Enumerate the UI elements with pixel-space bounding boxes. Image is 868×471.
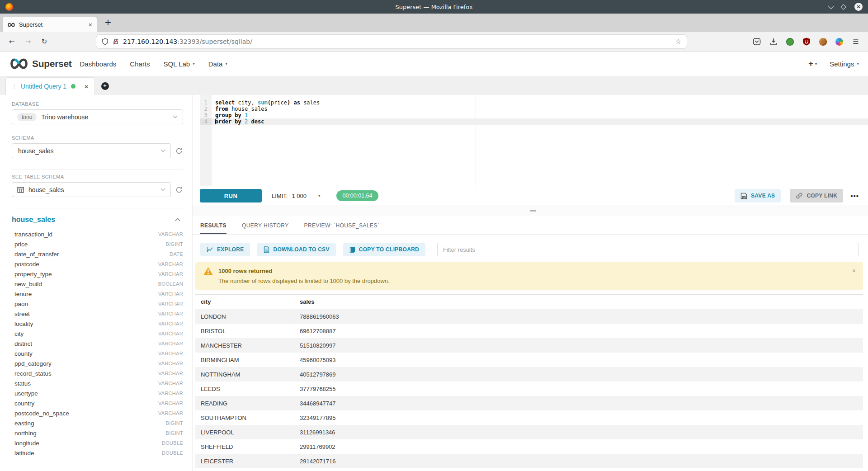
shield-permissions-icon[interactable] — [102, 38, 108, 45]
nav-charts[interactable]: Charts — [130, 60, 150, 68]
schema-column-row[interactable]: priceBIGINT — [12, 239, 183, 249]
add-query-tab-button[interactable]: + — [95, 77, 115, 95]
window-maximize-icon[interactable] — [840, 4, 846, 10]
schema-column-row[interactable]: northingBIGINT — [12, 428, 183, 438]
refresh-schemas-icon[interactable] — [175, 147, 183, 155]
schema-column-row[interactable]: ppd_categoryVARCHAR — [12, 358, 183, 368]
table-row[interactable]: MANCHESTER51510820997 — [195, 338, 863, 353]
schema-column-row[interactable]: postcode_no_spaceVARCHAR — [12, 408, 183, 418]
privacy-badger-icon[interactable] — [786, 38, 794, 46]
schema-column-row[interactable]: tenureVARCHAR — [12, 289, 183, 299]
table-schema-title[interactable]: house_sales — [12, 216, 55, 224]
cell-sales: 29911769902 — [294, 439, 863, 454]
nav-settings[interactable]: Settings▾ — [830, 60, 859, 68]
query-tab[interactable]: ⋮ Untitled Query 1 × — [5, 77, 95, 95]
bookmark-star-icon[interactable]: ☆ — [675, 38, 681, 46]
table-row[interactable]: LONDON788861960063 — [195, 309, 863, 324]
table-row[interactable]: LEEDS37779768255 — [195, 382, 863, 396]
pocket-icon[interactable] — [753, 38, 761, 46]
schema-column-row[interactable]: postcodeVARCHAR — [12, 259, 183, 269]
downloads-icon[interactable] — [769, 38, 778, 46]
explore-button[interactable]: EXPLORE — [200, 243, 250, 256]
forward-icon[interactable]: → — [23, 38, 33, 46]
schema-column-row[interactable]: statusVARCHAR — [12, 378, 183, 388]
copy-link-button[interactable]: COPY LINK — [790, 189, 843, 203]
code-line[interactable]: order by 2 desc — [212, 118, 868, 125]
pane-splitter[interactable] — [193, 206, 868, 216]
schema-column-row[interactable]: record_statusVARCHAR — [12, 368, 183, 378]
schema-column-row[interactable]: usertypeVARCHAR — [12, 388, 183, 398]
editor-code-area[interactable]: select city, sum(price) as salesfrom hou… — [212, 95, 868, 186]
table-row[interactable]: NOTTINGHAM40512797869 — [195, 367, 863, 382]
extension-sparkle-icon[interactable] — [835, 38, 843, 46]
schema-column-row[interactable]: streetVARCHAR — [12, 309, 183, 319]
schema-select[interactable]: house_sales — [12, 143, 171, 158]
table-row[interactable]: SHEFFIELD29911769902 — [195, 439, 863, 454]
insecure-lock-icon[interactable] — [113, 38, 119, 45]
reload-icon[interactable]: ↻ — [39, 38, 50, 46]
schema-column-row[interactable]: districtVARCHAR — [12, 339, 183, 349]
schema-column-row[interactable]: transaction_idVARCHAR — [12, 229, 183, 239]
alert-close-icon[interactable]: × — [852, 267, 856, 274]
column-type: VARCHAR — [158, 331, 183, 336]
database-select[interactable]: trino Trino warehouse — [12, 109, 183, 124]
nav-dashboards[interactable]: Dashboards — [80, 60, 116, 68]
schema-column-row[interactable]: paonVARCHAR — [12, 299, 183, 309]
table-row[interactable]: BRISTOL69612708887 — [195, 324, 863, 338]
tab-query-history[interactable]: QUERY HISTORY — [242, 222, 289, 234]
add-new-button[interactable]: +▾ — [808, 59, 817, 69]
schema-column-row[interactable]: countyVARCHAR — [12, 349, 183, 358]
header-city[interactable]: city — [195, 295, 294, 309]
new-tab-icon[interactable]: + — [104, 17, 112, 29]
ublock-icon[interactable] — [802, 38, 811, 46]
tab-preview-house-sales[interactable]: PREVIEW: `HOUSE_SALES` — [304, 222, 380, 234]
browser-tab[interactable]: Superset × — [2, 17, 97, 32]
splitter-grip-icon[interactable] — [530, 209, 536, 212]
limit-value[interactable]: 1 000 — [292, 193, 307, 199]
drag-handle-icon[interactable]: ⋮ — [11, 83, 17, 90]
schema-column-row[interactable]: eastingBIGINT — [12, 418, 183, 428]
schema-column-row[interactable]: localityVARCHAR — [12, 319, 183, 329]
nav-data[interactable]: Data▾ — [208, 60, 227, 68]
url-text[interactable]: 217.160.120.143:32393/superset/sqllab/ — [123, 38, 671, 45]
window-close-icon[interactable]: × — [854, 3, 863, 11]
code-line[interactable]: group by 1 — [212, 112, 868, 118]
schema-column-row[interactable]: countryVARCHAR — [12, 398, 183, 408]
save-as-button[interactable]: SAVE AS — [735, 189, 781, 203]
schema-column-row[interactable]: property_typeVARCHAR — [12, 269, 183, 279]
url-field[interactable]: 217.160.120.143:32393/superset/sqllab/ ☆ — [96, 34, 687, 49]
schema-column-row[interactable]: latitudeDOUBLE — [12, 448, 183, 458]
table-select[interactable]: house_sales — [12, 182, 171, 197]
hamburger-menu-icon[interactable]: ☰ — [852, 38, 860, 46]
more-actions-icon[interactable]: ••• — [850, 192, 859, 200]
nav-sql-lab[interactable]: SQL Lab▾ — [164, 60, 195, 68]
tab-close-icon[interactable]: × — [89, 21, 92, 28]
query-tab-close-icon[interactable]: × — [85, 83, 88, 90]
tab-results[interactable]: RESULTS — [200, 222, 226, 234]
copy-clipboard-button[interactable]: COPY TO CLIPBOARD — [343, 243, 425, 256]
window-minimize-icon[interactable] — [828, 3, 834, 9]
download-csv-button[interactable]: DOWNLOAD TO CSV — [257, 243, 335, 256]
schema-column-row[interactable]: cityVARCHAR — [12, 329, 183, 339]
url-host: 217.160.120.143 — [123, 38, 177, 45]
code-line[interactable]: select city, sum(price) as sales — [212, 99, 868, 106]
schema-column-row[interactable]: longitudeDOUBLE — [12, 438, 183, 448]
sql-editor[interactable]: 1234 select city, sum(price) as salesfro… — [193, 95, 868, 186]
chevron-up-icon[interactable] — [175, 218, 180, 221]
table-row[interactable]: LEICESTER29142071716 — [195, 454, 863, 468]
header-sales[interactable]: sales — [294, 295, 863, 309]
refresh-tables-icon[interactable] — [175, 186, 183, 194]
code-line[interactable]: from house_sales — [212, 106, 868, 112]
table-row[interactable]: READING34468947747 — [195, 396, 863, 410]
back-icon[interactable]: ← — [6, 38, 17, 46]
schema-column-row[interactable]: new_buildBOOLEAN — [12, 279, 183, 289]
table-row[interactable]: LIVERPOOL31126991346 — [195, 425, 863, 439]
table-row[interactable]: BIRMINGHAM45960075093 — [195, 353, 863, 367]
schema-column-row[interactable]: date_of_transferDATE — [12, 249, 183, 259]
run-button[interactable]: RUN — [200, 189, 262, 203]
cookie-manager-icon[interactable] — [819, 38, 827, 46]
filter-results-input[interactable] — [437, 243, 859, 256]
table-row[interactable]: SOUTHAMPTON32349177895 — [195, 410, 863, 425]
limit-caret-icon[interactable]: ▾ — [318, 193, 321, 198]
superset-brand[interactable]: Superset — [9, 57, 71, 70]
